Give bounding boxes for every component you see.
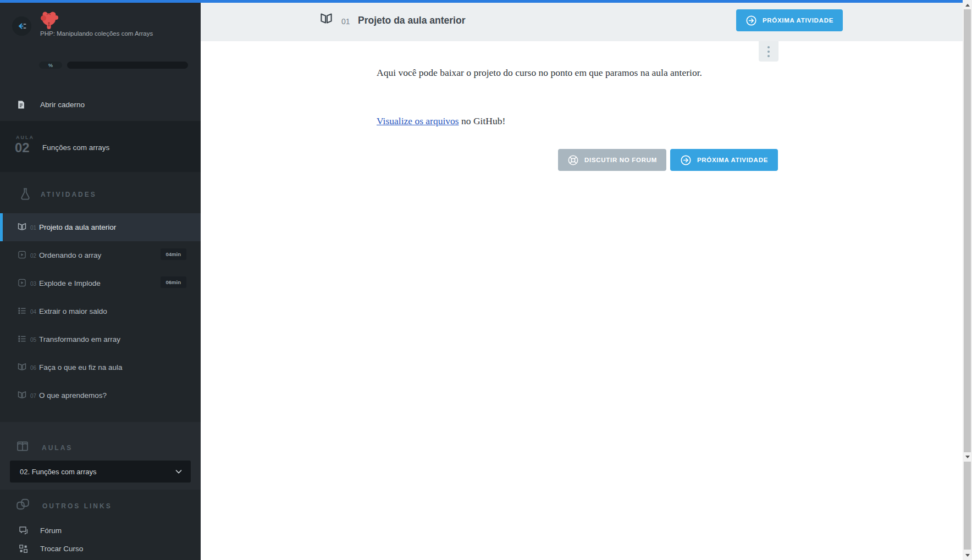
activities-header: ATIVIDADES (0, 186, 201, 203)
activity-label: Extrair o maior saldo (39, 307, 107, 315)
activity-actions: DISCUTIR NO FORUM PRÓXIMA ATIVIDADE (558, 149, 778, 171)
current-lesson-block: AULA 02 Funções com arrays (0, 121, 201, 172)
activity-number: 01 (30, 225, 36, 231)
next-activity-label: PRÓXIMA ATIVIDADE (763, 17, 833, 24)
arrow-left-collapse-icon (16, 20, 27, 32)
activity-label: Projeto da aula anterior (39, 223, 116, 231)
lesson-select-dropdown[interactable]: 02. Funções com arrays (10, 461, 191, 483)
scroll-down-arrow[interactable] (963, 453, 972, 461)
other-links-header-label: OUTROS LINKS (42, 502, 112, 510)
book-open-icon (18, 363, 26, 371)
book-open-icon (18, 223, 26, 231)
sidebar-item-trocar-curso[interactable]: Trocar Curso (0, 543, 201, 560)
book-open-icon (18, 391, 26, 399)
activity-label: O que aprendemos? (39, 391, 107, 400)
activity-header-number: 01 (341, 17, 350, 26)
activity-number: 03 (30, 281, 36, 287)
activity-label: Transformando em array (39, 335, 120, 343)
activities-header-label: ATIVIDADES (41, 191, 97, 198)
activity-item-03[interactable]: 03 Explode e Implode 06min (0, 269, 201, 297)
sidebar-item-label: Trocar Curso (40, 545, 83, 553)
activity-content: Aqui você pode baixar o projeto do curso… (377, 41, 778, 261)
flask-icon (19, 187, 31, 201)
discuss-forum-label: DISCUTIR NO FORUM (584, 157, 657, 163)
activity-label: Ordenando o array (39, 251, 101, 259)
arrow-right-circle-icon (745, 15, 757, 26)
sidebar-item-label: Fórum (40, 526, 62, 535)
scrollbar-thumb-outer[interactable] (964, 9, 971, 452)
activity-item-02[interactable]: 02 Ordenando o array 04min (0, 241, 201, 269)
duration-badge: 04min (161, 248, 186, 260)
lesson-select-value: 02. Funções com arrays (20, 468, 96, 476)
open-notebook-label: Abrir caderno (40, 101, 85, 109)
next-activity-label: PRÓXIMA ATIVIDADE (697, 157, 768, 163)
collapse-sidebar-button[interactable] (12, 16, 31, 36)
github-link-suffix: no GitHub! (459, 115, 506, 126)
discuss-forum-button[interactable]: DISCUTIR NO FORUM (558, 149, 666, 171)
activity-label: Explode e Implode (39, 279, 101, 287)
book-open-icon (320, 13, 333, 26)
activity-number: 06 (30, 365, 36, 371)
arrow-right-circle-icon (680, 154, 692, 166)
activity-item-06[interactable]: 06 Faça o que eu fiz na aula (0, 353, 201, 381)
chat-bubble-icon (19, 526, 29, 535)
github-link[interactable]: Visualize os arquivos (377, 115, 459, 126)
course-sidebar: PHP: Manipulando coleções com Arrays % A… (0, 3, 201, 560)
forum-buoy-icon (567, 154, 579, 166)
scroll-up-arrow[interactable] (963, 1, 972, 9)
activity-header-band: 01 Projeto da aula anterior PRÓXIMA ATIV… (201, 3, 963, 41)
open-notebook-button[interactable]: Abrir caderno (0, 88, 201, 121)
course-title: PHP: Manipulando coleções com Arrays (40, 30, 161, 38)
app-root: PHP: Manipulando coleções com Arrays % A… (0, 0, 972, 560)
lesson-number: 02 (15, 140, 30, 156)
lessons-header-label: AULAS (42, 444, 73, 452)
github-link-line: Visualize os arquivos no GitHub! (377, 113, 778, 130)
book-icon (16, 440, 29, 452)
activity-label: Faça o que eu fiz na aula (39, 363, 123, 372)
video-icon (18, 279, 26, 287)
link-chain-icon (16, 497, 30, 511)
scrollbar-thumb-inner[interactable] (964, 462, 971, 550)
scroll-down-arrow-inner[interactable] (963, 551, 972, 559)
grid-apps-icon (19, 544, 28, 553)
next-activity-button-top[interactable]: PRÓXIMA ATIVIDADE (736, 9, 843, 31)
duration-badge: 06min (161, 276, 186, 288)
activities-section: ATIVIDADES 01 Projeto da aula anterior (0, 172, 201, 422)
main-content-area: 01 Projeto da aula anterior PRÓXIMA ATIV… (201, 3, 963, 560)
chevron-down-icon (175, 469, 182, 474)
video-icon (18, 251, 26, 259)
activity-item-07[interactable]: 07 O que aprendemos? (0, 381, 201, 409)
activity-item-04[interactable]: 04 Extrair o maior saldo (0, 297, 201, 325)
activity-number: 07 (30, 393, 36, 399)
activity-item-05[interactable]: 05 Transformando em array (0, 325, 201, 353)
vertical-scrollbar[interactable] (963, 0, 972, 560)
lesson-title: Funções com arrays (42, 143, 109, 152)
course-progress-bar (67, 62, 188, 69)
other-links-section: OUTROS LINKS Fórum (0, 490, 201, 560)
next-activity-button-bottom[interactable]: PRÓXIMA ATIVIDADE (670, 149, 778, 171)
page-title: Projeto da aula anterior (358, 15, 465, 26)
lessons-section: AULAS 02. Funções com arrays (0, 422, 201, 490)
activity-number: 04 (30, 309, 36, 315)
lesson-word-label: AULA (16, 135, 34, 140)
list-icon (18, 335, 26, 343)
document-icon (16, 100, 26, 109)
activity-number: 02 (30, 253, 36, 259)
activity-item-01[interactable]: 01 Projeto da aula anterior (0, 213, 201, 241)
activity-paragraph: Aqui você pode baixar o projeto do curso… (377, 64, 778, 81)
progress-percent-badge: % (39, 62, 62, 69)
activity-number: 05 (30, 337, 36, 343)
list-icon (18, 307, 26, 315)
sidebar-item-forum[interactable]: Fórum (0, 525, 201, 542)
